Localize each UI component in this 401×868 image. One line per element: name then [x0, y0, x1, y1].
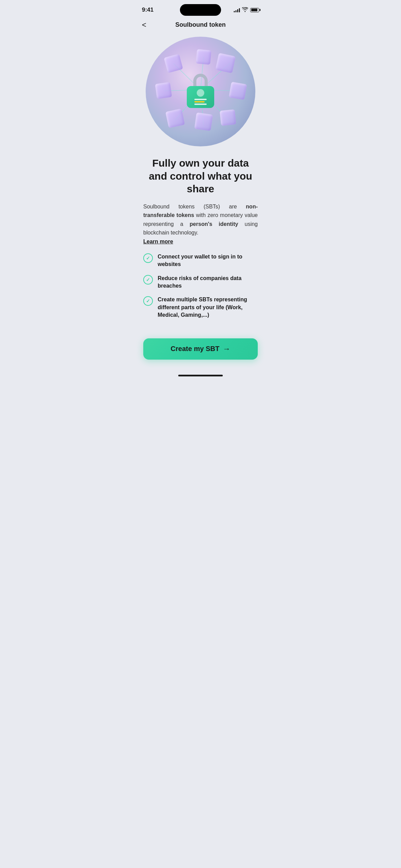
- arrow-icon: →: [223, 345, 230, 353]
- features-list: ✓ Connect your wallet to sign in to webs…: [143, 253, 258, 319]
- check-icon: ✓: [143, 253, 153, 263]
- create-sbt-button[interactable]: Create my SBT →: [143, 338, 258, 360]
- content-section: Fully own your data and control what you…: [134, 150, 267, 333]
- blockchain-cube: [155, 82, 172, 99]
- status-time: 9:41: [142, 7, 154, 13]
- back-button[interactable]: <: [142, 21, 146, 29]
- dynamic-island: [180, 4, 221, 16]
- lock-body: [187, 86, 214, 108]
- check-icon: ✓: [143, 275, 153, 285]
- signal-icon: [234, 8, 240, 12]
- lock-icon: [183, 74, 218, 108]
- home-indicator: [134, 372, 267, 382]
- battery-icon: [250, 8, 259, 12]
- hero-section: [134, 31, 267, 150]
- feature-item: ✓ Reduce risks of companies data breache…: [143, 275, 258, 290]
- home-bar: [178, 375, 223, 376]
- blockchain-cube: [196, 49, 211, 65]
- lock-shackle: [193, 74, 208, 86]
- description-text: Soulbound tokens (SBTs) are non-transfer…: [143, 202, 258, 237]
- main-title: Fully own your data and control what you…: [143, 157, 258, 195]
- feature-text: Reduce risks of companies data breaches: [158, 275, 258, 290]
- blockchain-cube: [229, 82, 247, 100]
- wifi-icon: [242, 7, 248, 13]
- lock-lines: [194, 99, 207, 105]
- hero-illustration: [146, 37, 255, 146]
- nav-bar: < Soulbound token: [134, 17, 267, 31]
- blockchain-cube: [215, 53, 235, 73]
- cta-section: Create my SBT →: [134, 333, 267, 372]
- status-icons: [234, 7, 259, 13]
- check-icon: ✓: [143, 296, 153, 306]
- lock-person-icon: [197, 89, 204, 97]
- status-bar: 9:41: [134, 0, 267, 17]
- feature-item: ✓ Create multiple SBTs representing diff…: [143, 296, 258, 319]
- cta-label: Create my SBT: [171, 345, 219, 353]
- blockchain-cube: [166, 109, 185, 128]
- blockchain-cube: [194, 112, 213, 131]
- blockchain-cube: [220, 109, 236, 126]
- page-title: Soulbound token: [175, 21, 226, 28]
- learn-more-link[interactable]: Learn more: [143, 239, 173, 245]
- feature-item: ✓ Connect your wallet to sign in to webs…: [143, 253, 258, 268]
- feature-text: Create multiple SBTs representing differ…: [158, 296, 258, 319]
- feature-text: Connect your wallet to sign in to websit…: [158, 253, 258, 268]
